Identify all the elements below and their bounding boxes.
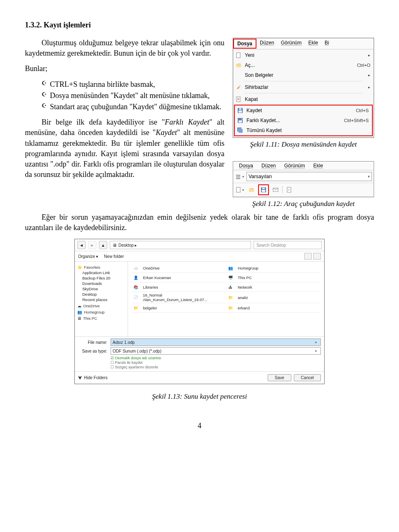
view-buttons	[304, 253, 321, 260]
pc-icon: 🖥️	[226, 274, 235, 281]
nav-up-button[interactable]: ▲	[99, 241, 107, 249]
cancel-button[interactable]: Cancel	[294, 374, 321, 381]
menubar-item-dosya[interactable]: Dosya	[233, 39, 256, 49]
para2-a: Bir belge ilk defa kaydediliyor ise "	[42, 118, 165, 126]
folder-icon: 📁	[131, 304, 140, 311]
filename-input[interactable]: Adsız 1.odp ▾	[111, 338, 321, 346]
toolbar-divider	[282, 186, 283, 194]
menu-separator	[244, 81, 363, 81]
menu-item-sihirbazlar[interactable]: Sihirbazlar ▸	[233, 82, 374, 92]
file-item[interactable]: 📁erkan3	[226, 304, 321, 311]
menu-item-kaydet[interactable]: Kaydet Ctrl+S	[235, 105, 372, 115]
menu-shortcut: Ctrl+O	[357, 63, 370, 68]
menu-item-kapat[interactable]: Kapat	[233, 94, 374, 104]
menubar: Dosya Düzen Görünüm Ekle Bi	[233, 38, 374, 49]
nav-fwd-button[interactable]: ►	[88, 241, 96, 249]
folder-icon: 📁	[226, 304, 235, 311]
bullet-item: CTRL+S tuşlarına birlikte basmak,	[42, 79, 224, 90]
file-item[interactable]: 📁belgeler	[131, 304, 226, 311]
menu-label: Aç...	[245, 62, 357, 68]
dialog-footer: ⮟ Hide Folders Save Cancel	[75, 371, 324, 384]
savetype-label: Save as type:	[78, 349, 107, 353]
file-item[interactable]: 👤Erkan Kocaman	[131, 274, 226, 281]
save-all-icon	[236, 127, 244, 134]
file-item[interactable]: ☁️OneDrive	[131, 264, 226, 272]
file-area: ☁️OneDrive 👥Homegroup 👤Erkan Kocaman 🖥️T…	[128, 262, 324, 336]
menu-item-yeni[interactable]: Yeni ▸	[233, 50, 374, 60]
file-item[interactable]: 📁analiz	[226, 294, 321, 301]
breadcrumb-text: Desktop ▸	[118, 243, 137, 248]
figure-caption-2: Şekil 1.12: Araç çubuğundan kaydet	[233, 200, 374, 208]
sidebar-item[interactable]: Desktop	[77, 292, 125, 297]
save-button[interactable]	[258, 184, 269, 195]
menubar-item-gorunum[interactable]: Görünüm	[278, 39, 305, 49]
submenu-arrow-icon: ▸	[368, 73, 370, 77]
sidebar-homegroup[interactable]: 👥 Homegroup	[77, 310, 125, 314]
save-button[interactable]: Save	[268, 374, 291, 381]
view-mode-button[interactable]	[304, 253, 312, 260]
new-folder-button[interactable]: New folder	[104, 254, 124, 259]
style-select[interactable]: Varsayılan ▾	[246, 172, 372, 181]
svg-rect-10	[236, 175, 240, 176]
wizard-icon	[235, 84, 242, 91]
mini-menubar-dosya[interactable]: Dosya	[235, 162, 257, 169]
new-doc-dropdown-icon[interactable]	[235, 185, 245, 195]
mini-menubar-ekle[interactable]: Ekle	[309, 162, 327, 169]
sidebar-item[interactable]: SkyDrive	[77, 287, 125, 291]
sidebar-thispc[interactable]: 🖥 This PC	[77, 316, 125, 321]
open-folder-icon[interactable]	[246, 185, 256, 195]
doc-icon: 📄	[131, 294, 140, 301]
menubar-item-duzen[interactable]: Düzen	[256, 39, 278, 49]
file-row: 📁belgeler 📁erkan3	[131, 303, 321, 313]
sidebar-onedrive[interactable]: ☁ OneDrive	[77, 304, 125, 308]
svg-rect-4	[239, 110, 242, 113]
outline-dropdown-icon[interactable]	[235, 172, 245, 181]
menu-label: Kaydet	[246, 108, 356, 113]
filename-value: Adsız 1.odp	[113, 340, 135, 345]
menu-item-farkli-kaydet[interactable]: Farklı Kaydet... Ctrl+Shift+S	[235, 115, 372, 125]
dialog-sidebar: ⭐ Favorites Application Link Backup File…	[75, 262, 128, 336]
search-input[interactable]: Search Desktop	[254, 241, 322, 249]
file-item[interactable]: 📚Libraries	[131, 283, 226, 291]
left-column: Oluşturmuş olduğumuz belgeye tekrar ulaş…	[25, 38, 224, 208]
breadcrumb[interactable]: 🖥 Desktop ▸	[110, 241, 251, 249]
file-item[interactable]: 👥Homegroup	[226, 264, 321, 272]
savetype-select[interactable]: ODF Sunum (.odp) (*.odp) ▾	[111, 347, 321, 355]
onedrive-icon: ☁️	[131, 264, 140, 272]
toolbar-screenshot: Dosya Düzen Görünüm Ekle Varsayılan ▾	[233, 161, 374, 197]
check-password[interactable]: ☐ Parola ile kaydet	[111, 360, 321, 365]
sidebar-item[interactable]: Downloads	[77, 281, 125, 286]
file-item[interactable]: 🖥️This PC	[226, 274, 321, 281]
help-button[interactable]	[313, 253, 321, 260]
menubar-item-bicim[interactable]: Bi	[321, 39, 332, 49]
paragraph-3: Eğer bir sorun yaşamayacağınızdan emin d…	[25, 212, 374, 233]
organize-menu[interactable]: Organize ▾	[78, 254, 98, 259]
hide-folders-label: Hide Folders	[84, 375, 108, 380]
mini-menubar-duzen[interactable]: Düzen	[257, 162, 280, 169]
mini-menubar-gorunum[interactable]: Görünüm	[280, 162, 309, 169]
menu-item-ac[interactable]: Aç... Ctrl+O	[233, 60, 374, 70]
mail-icon[interactable]	[271, 185, 281, 195]
menubar-item-ekle[interactable]: Ekle	[305, 39, 321, 49]
check-filter[interactable]: ☐ Süzgeç ayarlarını düzenle	[111, 365, 321, 369]
homegroup-icon: 👥	[226, 264, 235, 272]
bunlar-label: Bunlar;	[25, 64, 224, 74]
figure-caption-3: Şekil 1.13: Sunu kaydet penceresi	[25, 392, 374, 401]
sidebar-favorites[interactable]: ⭐ Favorites	[77, 265, 125, 270]
paragraph-2: Bir belge ilk defa kaydediliyor ise "Far…	[25, 117, 224, 180]
file-item[interactable]: 📄16_Normal Alan_Kurum_Durum_Listesi_19.0…	[131, 293, 226, 302]
edit-icon[interactable]	[284, 185, 294, 195]
sidebar-item[interactable]: Application Link	[77, 270, 125, 275]
sidebar-item[interactable]: Backup Files 20	[77, 276, 125, 280]
sidebar-item[interactable]: Recent places	[77, 297, 125, 302]
libraries-icon: 📚	[131, 283, 140, 291]
file-item[interactable]: 🖧Network	[226, 283, 321, 291]
menu-item-son-belgeler[interactable]: Son Belgeler ▸	[233, 70, 374, 80]
submenu-arrow-icon: ▸	[368, 53, 370, 57]
nav-back-button[interactable]: ◄	[77, 241, 86, 249]
menu-label: Yeni	[245, 52, 368, 58]
hide-folders-button[interactable]: ⮟ Hide Folders	[78, 375, 108, 380]
check-auto-ext[interactable]: ☑ Otomatik dosya adı uzantısı	[111, 356, 321, 360]
menu-item-tumunu-kaydet[interactable]: Tümünü Kaydet	[235, 125, 372, 135]
mini-menubar: Dosya Düzen Görünüm Ekle	[233, 162, 374, 170]
